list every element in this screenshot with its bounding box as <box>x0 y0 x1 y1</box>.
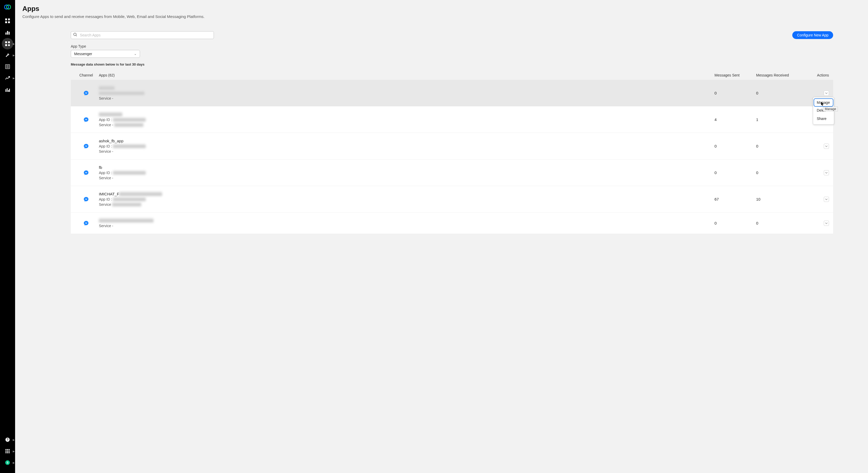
svg-rect-24 <box>7 449 8 450</box>
table-row: ashok_fb_app App ID : xxxxxxxxxxxxxxxxxx… <box>71 133 833 159</box>
nav-reports-icon[interactable] <box>2 84 13 95</box>
messenger-icon <box>84 144 89 149</box>
svg-rect-10 <box>8 41 10 43</box>
service-blurred: xxxxxxxxxxxxxxxx <box>114 123 143 127</box>
row-actions-toggle[interactable] <box>824 91 829 96</box>
row-actions-toggle[interactable] <box>824 170 829 176</box>
search-input[interactable] <box>71 31 214 39</box>
table-row: fb App ID : xxxxxxxxxxxxxxxxxx Service -… <box>71 159 833 186</box>
dropdown-item-delete[interactable]: Delet Manage <box>813 106 834 115</box>
app-id-label: App ID : <box>99 118 112 122</box>
app-name: fb <box>99 165 714 170</box>
service-line: Service - <box>99 176 714 180</box>
svg-rect-25 <box>8 449 10 450</box>
svg-rect-4 <box>5 21 7 23</box>
row-actions-dropdown: Manage Delet Manage Share <box>813 97 834 125</box>
messages-received-value: 10 <box>756 197 800 201</box>
app-id-blurred: xxxxxxxxxxxxxxxxxx <box>113 197 146 201</box>
messenger-icon <box>84 91 89 96</box>
messages-sent-value: 0 <box>714 91 756 95</box>
page-subtitle: Configure Apps to send and receive messa… <box>22 14 861 19</box>
svg-rect-18 <box>7 88 7 92</box>
messages-sent-value: 0 <box>714 170 756 175</box>
svg-rect-20 <box>9 89 10 92</box>
svg-rect-28 <box>8 451 10 452</box>
app-type-select[interactable]: Messenger ⌄ <box>71 50 140 58</box>
svg-rect-9 <box>5 41 7 43</box>
svg-rect-27 <box>7 451 8 452</box>
app-name: IMICHAT_F <box>99 192 119 196</box>
app-id-label: App ID : <box>99 171 112 175</box>
svg-rect-8 <box>8 32 10 35</box>
service-line: Service <box>99 202 111 207</box>
service-blurred: xxxxxxxxxxxxxxxx <box>112 202 141 207</box>
messages-received-value: 1 <box>756 117 800 122</box>
svg-rect-26 <box>5 451 6 452</box>
svg-rect-19 <box>8 90 9 92</box>
page-title: Apps <box>22 5 861 13</box>
app-type-label: App Type <box>71 44 861 49</box>
messages-received-value: 0 <box>756 91 800 95</box>
svg-rect-5 <box>8 21 10 23</box>
messages-sent-value: 0 <box>714 221 756 225</box>
service-line: Service - <box>99 224 714 228</box>
dropdown-item-share[interactable]: Share <box>813 115 834 123</box>
svg-rect-3 <box>8 19 10 20</box>
app-id-blurred: xxxxxxxxxxxxxxxxxx <box>113 144 146 148</box>
messages-sent-value: 0 <box>714 144 756 148</box>
app-name: ashok_fb_app <box>99 139 714 143</box>
messages-received-value: 0 <box>756 170 800 175</box>
app-name-blurred: xxxxxxxxxxxxxxxxxxxxxx <box>119 192 162 196</box>
messenger-icon <box>84 170 89 176</box>
svg-rect-29 <box>5 452 6 453</box>
app-id-blurred: xxxxxxxxxxxxxxxxxx <box>113 171 146 175</box>
row-actions-toggle[interactable] <box>824 197 829 202</box>
messenger-icon <box>84 221 89 226</box>
table-row: xxxxxxxxxxxx App ID : xxxxxxxxxxxxxxxxxx… <box>71 106 833 133</box>
svg-rect-6 <box>5 33 6 35</box>
nav-tools-icon[interactable]: ▶ <box>2 50 13 61</box>
service-line: Service - <box>99 149 714 154</box>
messages-sent-value: 67 <box>714 197 756 201</box>
svg-rect-30 <box>7 452 8 453</box>
svg-rect-31 <box>8 452 10 453</box>
nav-analytics-icon[interactable] <box>2 27 13 38</box>
messages-received-value: 0 <box>756 221 800 225</box>
app-name-blurred: xxxxxxxxxxxxxxxxxxxxxxxxxxxx <box>99 218 154 223</box>
svg-rect-2 <box>5 19 7 20</box>
dropdown-item-manage[interactable]: Manage <box>814 99 833 106</box>
search-icon <box>73 33 77 37</box>
table-row: IMICHAT_Fxxxxxxxxxxxxxxxxxxxxxx App ID :… <box>71 186 833 212</box>
row-actions-toggle[interactable] <box>824 144 829 149</box>
nav-list-icon[interactable] <box>2 61 13 72</box>
app-id-label: App ID : <box>99 197 112 201</box>
app-name-blurred: xxxxxxxx <box>99 86 115 90</box>
nav-dashboard-icon[interactable] <box>2 15 13 27</box>
nav-grid-icon[interactable]: ▶ <box>2 445 13 457</box>
app-name-blurred: xxxxxxxxxxxx <box>99 112 122 117</box>
nav-help-icon[interactable]: ? ▶ <box>2 434 13 445</box>
app-id-blurred: xxxxxxxxxxxxxxxxxxxxxxxxx <box>99 91 145 95</box>
svg-rect-17 <box>5 89 6 92</box>
col-header-actions: Actions <box>800 73 829 77</box>
apps-table: Channel Apps (62) Messages Sent Messages… <box>71 70 833 234</box>
app-type-selected-value: Messenger <box>74 52 92 56</box>
col-header-apps: Apps (62) <box>97 73 714 77</box>
svg-rect-11 <box>5 44 7 46</box>
messages-sent-value: 4 <box>714 117 756 122</box>
service-line: Service - <box>99 96 714 100</box>
nav-trending-icon[interactable]: ▶ <box>2 72 13 84</box>
svg-point-12 <box>8 44 10 46</box>
svg-point-32 <box>74 33 76 36</box>
svg-rect-23 <box>5 449 6 450</box>
main-content: Apps Configure Apps to send and receive … <box>15 0 868 473</box>
configure-new-app-button[interactable]: Configure New App <box>792 31 833 39</box>
row-actions-toggle[interactable] <box>824 221 829 226</box>
nav-user-avatar[interactable]: S ▶ <box>2 457 13 468</box>
tooltip: Manage <box>823 107 838 112</box>
app-id-label: App ID : <box>99 144 112 148</box>
table-row: xxxxxxxx xxxxxxxxxxxxxxxxxxxxxxxxx Servi… <box>71 80 833 106</box>
nav-apps-icon[interactable]: ▶ <box>2 38 13 50</box>
svg-rect-7 <box>7 31 8 35</box>
messenger-icon <box>84 117 89 122</box>
